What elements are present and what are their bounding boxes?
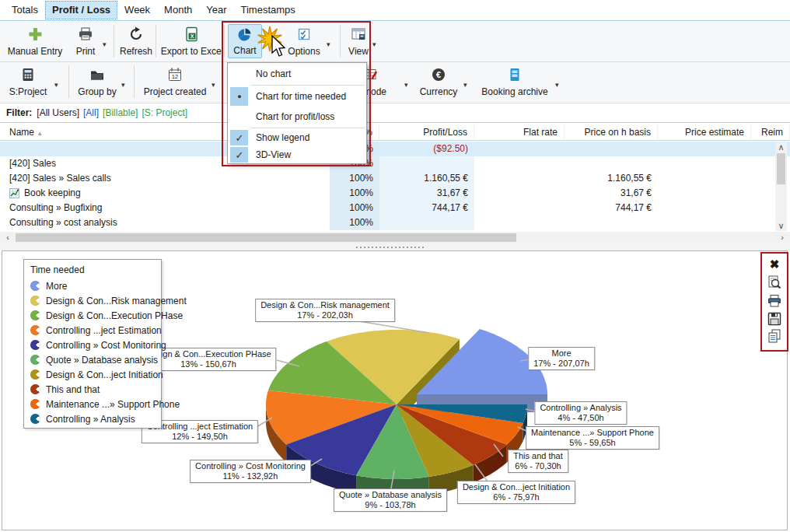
calculator-icon	[20, 67, 36, 82]
button-label: Export to Excel	[161, 46, 224, 57]
svg-text:12: 12	[172, 73, 178, 80]
preview-icon[interactable]	[765, 274, 784, 290]
cell-estimate	[658, 215, 751, 230]
toolbar-separator	[156, 25, 156, 58]
legend-pie-icon	[30, 281, 40, 291]
project-created-button[interactable]: 12Project created	[140, 65, 210, 99]
legend-item-label: This and that	[46, 384, 100, 395]
currency-button[interactable]: €Currency	[417, 65, 460, 99]
dropdown-arrow-icon[interactable]: ▾	[54, 81, 58, 89]
dropdown-arrow-icon[interactable]: ▾	[121, 81, 125, 89]
manual-entry-button[interactable]: Manual Entry	[5, 24, 65, 58]
cell-pct: 100%	[330, 171, 379, 186]
tab-year[interactable]: Year	[199, 1, 233, 19]
toolbar-separator	[114, 25, 114, 58]
legend-pie-icon	[30, 369, 40, 380]
dropdown-arrow-icon[interactable]: ▾	[211, 81, 215, 89]
table-row[interactable]: Consulting » Bugfixing100%744,17 €744,17…	[0, 201, 790, 215]
column-header-price-on-h-basis[interactable]: Price on h basis	[565, 124, 658, 141]
s-project-button[interactable]: S:Project	[5, 65, 51, 99]
vertical-scroll-thumb[interactable]	[777, 153, 785, 184]
export-to-excel-button[interactable]: XExport to Excel	[160, 24, 224, 58]
app-window: TotalsProfit / LossWeekMonthYearTimestam…	[0, 0, 790, 532]
filter-token[interactable]: [All]	[83, 107, 99, 118]
check-icon: ✓	[234, 132, 245, 144]
scroll-right-icon[interactable]: ›	[777, 233, 788, 243]
button-label: View	[348, 46, 369, 57]
dropdown-arrow-icon[interactable]: ▾	[463, 81, 467, 89]
click-starburst-cursor-icon	[253, 25, 294, 64]
menu-item-no-chart[interactable]: No chart	[228, 63, 366, 84]
horizontal-scroll-thumb[interactable]	[16, 233, 516, 242]
svg-text:€: €	[436, 70, 441, 79]
dropdown-arrow-icon[interactable]: ▾	[404, 81, 408, 89]
pie-slice-label: Design & Con...Risk management17% - 202,…	[255, 299, 395, 322]
table-row[interactable]: [420] Sales100%	[0, 156, 790, 171]
cell-flat_rate	[474, 215, 565, 230]
scroll-up-icon[interactable]: ∧	[775, 142, 787, 152]
legend-item: Design & Con...Execution PHase	[30, 308, 155, 323]
pie-label-value: 11% - 132,92h	[195, 471, 306, 481]
dropdown-arrow-icon[interactable]: ▾	[372, 40, 376, 48]
tab-totals[interactable]: Totals	[5, 1, 45, 19]
column-header-reim[interactable]: Reim	[751, 124, 790, 141]
column-header-label: Name	[9, 127, 34, 138]
dropdown-arrow-icon[interactable]: ▾	[555, 81, 559, 89]
print-button[interactable]: Print	[68, 24, 103, 58]
menu-item-chart-for-profit-loss[interactable]: Chart for profit/loss	[228, 107, 366, 127]
column-header-profit-loss[interactable]: Profit/Loss	[379, 124, 474, 141]
group-by-button[interactable]: Group by	[75, 65, 120, 99]
table-row[interactable]: 100%($92.50)	[0, 142, 790, 156]
archive-icon	[507, 67, 523, 82]
booking-archive-button[interactable]: Booking archive	[477, 65, 552, 99]
legend-pie-icon	[30, 355, 40, 365]
save-icon[interactable]	[765, 310, 784, 327]
tab-month[interactable]: Month	[157, 1, 199, 19]
table-row[interactable]: Consulting » cost analysis100%	[0, 215, 790, 230]
toolbar-separator	[224, 25, 225, 58]
tab-profit-loss[interactable]: Profit / Loss	[45, 1, 117, 19]
vertical-scrollbar[interactable]: ∧ ∨	[775, 142, 787, 231]
refresh-icon	[128, 26, 144, 42]
column-header-flat-rate[interactable]: Flat rate	[474, 124, 565, 141]
legend-item-label: Design & Con...Execution PHase	[46, 310, 183, 321]
scroll-down-icon[interactable]: ∨	[775, 221, 787, 231]
copy-icon[interactable]	[765, 327, 784, 344]
legend-item: Maintenance ...» Support Phone	[30, 397, 155, 411]
table-row[interactable]: [420] Sales » Sales calls100%1.160,55 €1…	[0, 171, 790, 186]
legend-item-label: Controlling » Cost Monitoring	[46, 340, 166, 351]
tab-timestamps[interactable]: Timestamps	[234, 1, 302, 19]
button-label: Project created	[144, 86, 207, 97]
cell-flat_rate	[474, 142, 565, 156]
filter-token[interactable]: [All Users]	[37, 107, 79, 118]
panel-splitter[interactable]	[0, 243, 790, 250]
sort-asc-icon: ▲	[37, 130, 43, 137]
cell-flat_rate	[474, 156, 565, 171]
pie-slice-label: More17% - 207,07h	[528, 347, 595, 370]
column-header-price-estimate[interactable]: Price estimate	[658, 124, 751, 141]
cell-flat_rate	[474, 201, 565, 215]
tab-week[interactable]: Week	[117, 1, 157, 19]
pie-label-value: 4% - 47,50h	[540, 413, 621, 423]
table-row[interactable]: Book keeping100%31,67 €31,67 €	[0, 186, 790, 201]
close-icon[interactable]: ✖	[765, 256, 784, 272]
cell-name: [420] Sales » Sales calls	[0, 171, 330, 186]
dropdown-arrow-icon[interactable]: ▾	[327, 40, 330, 48]
menu-item-show-legend[interactable]: ✓Show legend	[228, 129, 366, 146]
dropdown-arrow-icon[interactable]: ▾	[103, 40, 107, 48]
menu-item-3d-view[interactable]: ✓3D-View	[228, 146, 366, 163]
check-icon: ✓	[234, 149, 245, 161]
scroll-left-icon[interactable]: ‹	[2, 233, 13, 243]
menu-item-chart-for-time-needed[interactable]: ●Chart for time needed	[228, 86, 366, 107]
legend-item-label: Controlling ...ject Estimation	[46, 325, 162, 336]
print-icon[interactable]	[765, 292, 784, 309]
filter-token[interactable]: [Billable]	[103, 107, 138, 118]
pie-label-value: 13% - 150,67h	[145, 359, 271, 369]
horizontal-scrollbar[interactable]: ‹ ›	[0, 232, 790, 243]
legend-items: MoreDesign & Con...Risk managementDesign…	[30, 278, 155, 426]
cell-profit_loss: 744,17 €	[379, 201, 474, 215]
refresh-button[interactable]: Refresh	[118, 24, 154, 58]
view-button[interactable]: View	[344, 24, 372, 58]
legend-pie-icon	[30, 399, 40, 409]
filter-token[interactable]: [S: Project]	[142, 107, 187, 118]
